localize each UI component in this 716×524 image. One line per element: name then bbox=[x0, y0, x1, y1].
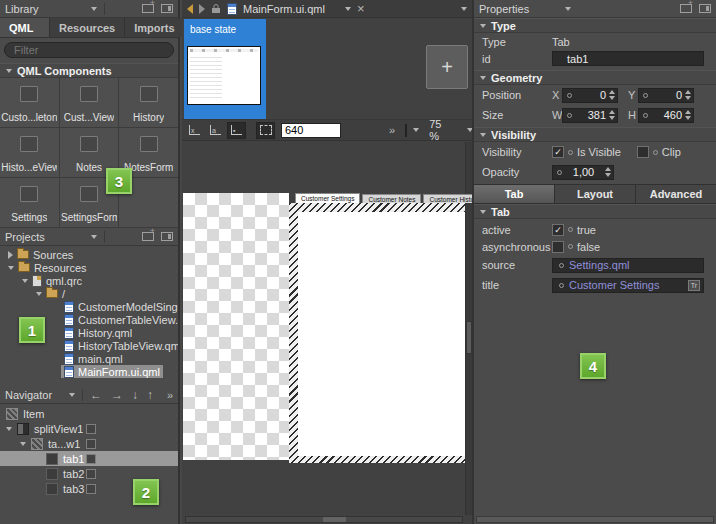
binding-indicator-icon[interactable] bbox=[559, 263, 564, 268]
export-checkbox[interactable] bbox=[86, 424, 96, 434]
navigator-item-splitview1[interactable]: splitView1 bbox=[0, 421, 178, 436]
tree-item-sources[interactable]: Sources bbox=[0, 248, 178, 261]
component-item[interactable]: Cust...View bbox=[60, 78, 119, 127]
component-item[interactable]: Histo...eView bbox=[0, 128, 59, 177]
scrollbar-thumb[interactable] bbox=[323, 517, 346, 522]
is-visible-checkbox[interactable] bbox=[552, 146, 564, 158]
binding-indicator-icon[interactable] bbox=[643, 113, 648, 118]
forward-arrow-icon[interactable] bbox=[199, 4, 205, 14]
visibility-section-header[interactable]: Visibility bbox=[474, 127, 716, 142]
document-tab-label[interactable]: MainForm.ui.qml bbox=[243, 3, 325, 15]
binding-indicator-icon[interactable] bbox=[568, 150, 573, 155]
binding-indicator-icon[interactable] bbox=[557, 170, 562, 175]
spin-up-icon[interactable] bbox=[609, 90, 615, 94]
clip-checkbox[interactable] bbox=[637, 146, 649, 158]
tab-advanced[interactable]: Advanced bbox=[636, 185, 716, 203]
collapse-arrow-icon[interactable] bbox=[36, 292, 42, 296]
close-pane-icon[interactable] bbox=[161, 232, 173, 241]
move-right-icon[interactable]: → bbox=[111, 388, 123, 402]
binding-indicator-icon[interactable] bbox=[559, 283, 564, 288]
projects-pane-menu-caret-icon[interactable] bbox=[91, 235, 97, 239]
binding-indicator-icon[interactable] bbox=[568, 227, 573, 232]
binding-indicator-icon[interactable] bbox=[567, 113, 572, 118]
document-dropdown-caret-icon[interactable] bbox=[345, 7, 351, 11]
spin-up-icon[interactable] bbox=[685, 110, 691, 114]
export-checkbox[interactable] bbox=[86, 484, 96, 494]
binding-indicator-icon[interactable] bbox=[653, 150, 658, 155]
toolbar-overflow-icon[interactable]: » bbox=[389, 124, 395, 136]
tree-item-resources[interactable]: Resources bbox=[0, 261, 178, 274]
spin-up-icon[interactable] bbox=[605, 167, 611, 171]
width-spinbox[interactable]: 381 bbox=[562, 108, 618, 123]
background-dropdown-caret-icon[interactable] bbox=[413, 128, 419, 132]
id-input[interactable]: tab1 bbox=[552, 51, 704, 66]
tab-resources[interactable]: Resources bbox=[50, 18, 125, 37]
base-state-card[interactable]: base state bbox=[184, 19, 266, 119]
collapse-arrow-icon[interactable] bbox=[20, 442, 26, 446]
title-input[interactable]: Customer Settings Tr bbox=[552, 278, 704, 293]
binding-indicator-icon[interactable] bbox=[567, 93, 572, 98]
move-up-icon[interactable]: ↑ bbox=[147, 388, 153, 402]
split-pane-icon[interactable] bbox=[142, 4, 154, 13]
back-arrow-icon[interactable] bbox=[187, 4, 193, 14]
show-bounding-rectangles-button[interactable] bbox=[256, 122, 275, 139]
tabview-item[interactable]: Customer Settings Customer Notes Custome… bbox=[289, 193, 467, 463]
split-pane-icon[interactable] bbox=[142, 232, 154, 241]
snap-with-anchors-button[interactable]: ▪ bbox=[227, 122, 246, 139]
collapse-arrow-icon[interactable] bbox=[6, 427, 12, 431]
asynchronous-checkbox[interactable] bbox=[552, 241, 564, 253]
collapse-arrow-icon[interactable] bbox=[22, 279, 28, 283]
editor-split-caret-icon[interactable] bbox=[461, 7, 467, 11]
snap-to-parent-button[interactable]: a bbox=[206, 122, 225, 139]
spin-up-icon[interactable] bbox=[609, 110, 615, 114]
height-spinbox[interactable]: 460 bbox=[638, 108, 694, 123]
collapse-arrow-icon[interactable] bbox=[8, 266, 14, 270]
close-pane-icon[interactable] bbox=[699, 4, 711, 13]
tree-item-root-slash[interactable]: / bbox=[0, 287, 178, 300]
canvas-horizontal-scrollbar[interactable] bbox=[185, 516, 463, 523]
spin-up-icon[interactable] bbox=[685, 90, 691, 94]
properties-horizontal-scrollbar[interactable] bbox=[476, 516, 714, 523]
export-checkbox[interactable] bbox=[86, 469, 96, 479]
close-document-icon[interactable]: × bbox=[357, 1, 365, 16]
type-section-header[interactable]: Type bbox=[474, 18, 716, 33]
move-down-icon[interactable]: ↓ bbox=[132, 388, 138, 402]
tab-layout[interactable]: Layout bbox=[555, 185, 636, 203]
component-item[interactable]: Settings bbox=[0, 178, 59, 227]
tab-qml-types[interactable]: QML Types bbox=[0, 18, 50, 37]
component-item[interactable]: Custo...leton bbox=[0, 78, 59, 127]
binding-indicator-icon[interactable] bbox=[643, 93, 648, 98]
spin-down-icon[interactable] bbox=[685, 116, 691, 120]
canvas-tab-customer-notes[interactable]: Customer Notes bbox=[362, 194, 421, 203]
zoom-level-value[interactable]: 75 % bbox=[429, 118, 441, 142]
library-pane-menu-caret-icon[interactable] bbox=[91, 7, 97, 11]
split-pane-icon[interactable] bbox=[680, 4, 692, 13]
navigator-pane-menu-caret-icon[interactable] bbox=[69, 393, 75, 397]
x-spinbox[interactable]: 0 bbox=[562, 88, 618, 103]
navigator-item-item[interactable]: Item bbox=[0, 406, 178, 421]
design-canvas[interactable]: Customer Settings Customer Notes Custome… bbox=[182, 142, 472, 515]
canvas-tab-customer-history[interactable]: Customer History bbox=[423, 194, 472, 203]
spin-down-icon[interactable] bbox=[685, 96, 691, 100]
move-left-icon[interactable]: ← bbox=[90, 388, 102, 402]
background-color-swatch-icon[interactable] bbox=[405, 124, 407, 137]
component-item[interactable]: History bbox=[119, 78, 178, 127]
tree-item-qml-qrc[interactable]: qml.qrc bbox=[0, 274, 178, 287]
tree-item-file[interactable]: main.qml bbox=[0, 352, 178, 365]
expand-arrow-icon[interactable] bbox=[8, 251, 13, 259]
navigator-item-tab1[interactable]: tab1 bbox=[0, 451, 178, 466]
qml-components-section-header[interactable]: QML Components bbox=[0, 63, 178, 78]
overflow-icon[interactable]: » bbox=[167, 389, 173, 401]
tree-item-file[interactable]: CustomerModelSingleton.qml bbox=[0, 300, 178, 313]
spin-down-icon[interactable] bbox=[609, 116, 615, 120]
tab-content-area[interactable] bbox=[298, 212, 465, 456]
tab-imports[interactable]: Imports bbox=[125, 18, 184, 37]
translate-button[interactable]: Tr bbox=[688, 280, 700, 291]
add-state-button[interactable]: + bbox=[426, 45, 468, 89]
geometry-section-header[interactable]: Geometry bbox=[474, 70, 716, 85]
properties-pane-menu-caret-icon[interactable] bbox=[565, 7, 571, 11]
close-pane-icon[interactable] bbox=[161, 4, 173, 13]
y-spinbox[interactable]: 0 bbox=[638, 88, 694, 103]
export-checkbox[interactable] bbox=[86, 439, 96, 449]
export-checkbox[interactable] bbox=[86, 454, 96, 464]
